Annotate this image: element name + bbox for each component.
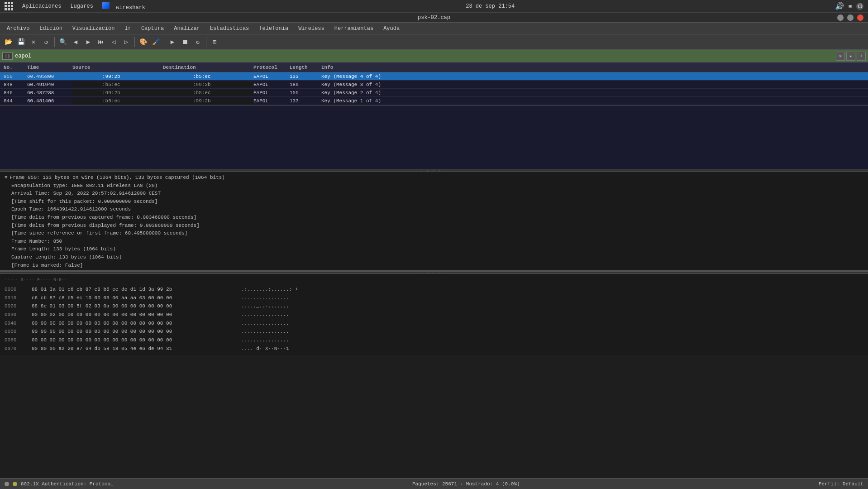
hex-row: 0060 00 00 00 00 00 00 00 00 00 00 00 00… <box>5 336 863 345</box>
status-stats: Paquetes: 25671 · Mostrado: 4 (0.0%) <box>412 481 520 487</box>
hex-bytes: 88 01 3a 01 c6 cb 87 c8 b5 ec de d1 1d 3… <box>32 285 226 294</box>
packet-list-empty <box>0 105 868 169</box>
row-length: 189 <box>290 82 321 87</box>
menu-analizar[interactable]: Analizar <box>169 24 205 33</box>
detail-line: Frame Number: 850 <box>5 238 863 246</box>
menu-ir[interactable]: Ir <box>120 24 135 33</box>
frame-expand-arrow[interactable]: ▼ <box>5 174 8 182</box>
hex-ascii: X.... <box>235 353 256 356</box>
packet-list-header: No. Time Source Destination Protocol Len… <box>0 62 868 72</box>
hex-header: ····· S···· F···· 0·0·· <box>5 276 863 284</box>
hex-offset: 0070 <box>5 345 23 353</box>
detail-line: [Time since reference or first frame: 60… <box>5 230 863 238</box>
row-info: Key (Message 1 of 4) <box>321 98 868 104</box>
hex-row: 0030 00 00 02 00 00 00 00 00 00 00 00 00… <box>5 311 863 319</box>
row-destination: :99:2b <box>163 98 253 104</box>
hex-ascii: ................ <box>235 311 289 319</box>
menu-captura[interactable]: Captura <box>137 24 168 33</box>
go-prev-button[interactable]: ◁ <box>108 36 119 48</box>
hex-offset: 0060 <box>5 336 23 345</box>
row-no: 848 <box>0 82 27 87</box>
frame-section[interactable]: ▼ Frame 850: 133 bytes on wire (1064 bit… <box>5 174 863 182</box>
hex-row: 0050 00 00 00 00 00 00 00 00 00 00 00 00… <box>5 327 863 336</box>
go-first-button[interactable]: ⏮ <box>95 36 107 48</box>
top-bar-right: 🔊 ▣ ⏻ <box>835 2 863 11</box>
apps-menu[interactable]: Aplicaciones <box>22 3 61 10</box>
row-length: 133 <box>290 74 321 79</box>
row-time: 60.481406 <box>27 98 72 104</box>
table-row[interactable]: 846 60.487288 :99:2b :b5:ec EAPOL 155 Ke… <box>0 89 868 97</box>
find-button[interactable]: 🔍 <box>57 36 69 48</box>
menu-edicion[interactable]: Edición <box>35 24 67 33</box>
sep3 <box>164 37 164 47</box>
stop-capture-button[interactable]: ⏹ <box>179 36 191 48</box>
power-icon[interactable]: ⏻ <box>856 3 863 10</box>
filter-input[interactable] <box>15 53 834 59</box>
open-button[interactable]: 📂 <box>2 36 14 48</box>
menu-ayuda[interactable]: Ayuda <box>379 24 404 33</box>
detail-line: Capture Length: 133 bytes (1064 bits) <box>5 254 863 262</box>
menu-visualizacion[interactable]: Visualización <box>68 24 119 33</box>
options-button[interactable]: ⊞ <box>209 36 220 48</box>
menu-wireless[interactable]: Wireless <box>294 24 329 33</box>
hex-offset: 0050 <box>5 327 23 336</box>
color-rules-button[interactable]: 🎨 <box>137 36 149 48</box>
minimize-button[interactable] <box>837 14 844 21</box>
close-button[interactable] <box>857 14 863 21</box>
apps-grid-icon[interactable] <box>5 2 13 10</box>
go-forward-button[interactable]: ▶ <box>82 36 94 48</box>
places-menu[interactable]: Lugares <box>70 3 93 10</box>
start-capture-button[interactable]: ▶ <box>167 36 178 48</box>
go-back-button[interactable]: ◀ <box>70 36 81 48</box>
hex-bytes: 58 87 e6 00 00 <box>32 353 226 356</box>
header-protocol: Protocol <box>253 65 290 70</box>
hex-ascii: .:.......:......: + <box>235 285 298 294</box>
app-indicator: wireshark <box>102 2 145 11</box>
table-row[interactable]: 850 60.495800 :99:2b :b5:ec EAPOL 133 Ke… <box>0 72 868 81</box>
filter-buttons: ✕ ▸ + <box>836 52 866 61</box>
go-next-button[interactable]: ▷ <box>120 36 132 48</box>
menu-archivo[interactable]: Archivo <box>2 24 34 33</box>
maximize-button[interactable] <box>847 14 854 21</box>
menu-telefonia[interactable]: Telefonía <box>254 24 293 33</box>
row-destination: :99:2b <box>163 82 253 87</box>
filter-add-button[interactable]: + <box>857 52 866 61</box>
speaker-icon[interactable]: 🔊 <box>835 2 844 11</box>
table-row[interactable]: 848 60.491940 :b5:ec :99:2b EAPOL 189 Ke… <box>0 81 868 89</box>
resizer-handle-2: · · · · · <box>420 271 448 275</box>
table-row[interactable]: 844 60.481406 :b5:ec :99:2b EAPOL 133 Ke… <box>0 97 868 105</box>
wireshark-icon <box>102 2 110 9</box>
coloring-button[interactable]: 🖌️ <box>150 36 162 48</box>
row-protocol: EAPOL <box>253 98 290 104</box>
hex-offset: 0040 <box>5 319 23 328</box>
filter-clear-button[interactable]: ✕ <box>836 52 845 61</box>
header-source: Source <box>72 65 163 70</box>
row-source: :99:2b <box>72 74 163 79</box>
header-length: Length <box>290 65 321 70</box>
menu-herramientas[interactable]: Herramientas <box>330 24 378 33</box>
reload-button[interactable]: ↺ <box>40 36 52 48</box>
close-capture-button[interactable]: ✕ <box>28 36 39 48</box>
status-indicator-dot <box>5 482 9 486</box>
filter-label: || <box>2 53 13 60</box>
detail-line: Arrival Time: Sep 28, 2022 20:57:02.9146… <box>5 190 863 198</box>
filter-apply-button[interactable]: ▸ <box>846 52 855 61</box>
hex-row: 0020 88 8e 01 03 00 5f 02 03 0a 00 00 00… <box>5 302 863 311</box>
row-no: 850 <box>0 74 27 79</box>
top-bar-left: Aplicaciones Lugares wireshark <box>5 2 145 11</box>
detail-line: [Time shift for this packet: 0.000000000… <box>5 198 863 206</box>
row-protocol: EAPOL <box>253 82 290 87</box>
title-bar: psk-02.cap <box>0 13 868 23</box>
detail-line: Frame Length: 133 bytes (1064 bits) <box>5 245 863 254</box>
menu-estadisticas[interactable]: Estadísticas <box>205 24 253 33</box>
hex-bytes: 00 00 00 00 00 00 00 00 00 00 00 00 00 0… <box>32 327 226 336</box>
status-indicator-dot-2 <box>13 482 17 486</box>
restart-button[interactable]: ↻ <box>192 36 204 48</box>
row-info: Key (Message 4 of 4) <box>321 74 868 79</box>
status-protocol: 802.1X Authentication: Protocol <box>21 481 114 487</box>
window-controls[interactable] <box>837 14 863 21</box>
menu-bar: Archivo Edición Visualización Ir Captura… <box>0 23 868 34</box>
hex-bytes: 00 00 00 00 00 00 00 00 00 00 00 00 00 0… <box>32 336 226 345</box>
hex-offset: 0030 <box>5 311 23 319</box>
save-button[interactable]: 💾 <box>15 36 27 48</box>
